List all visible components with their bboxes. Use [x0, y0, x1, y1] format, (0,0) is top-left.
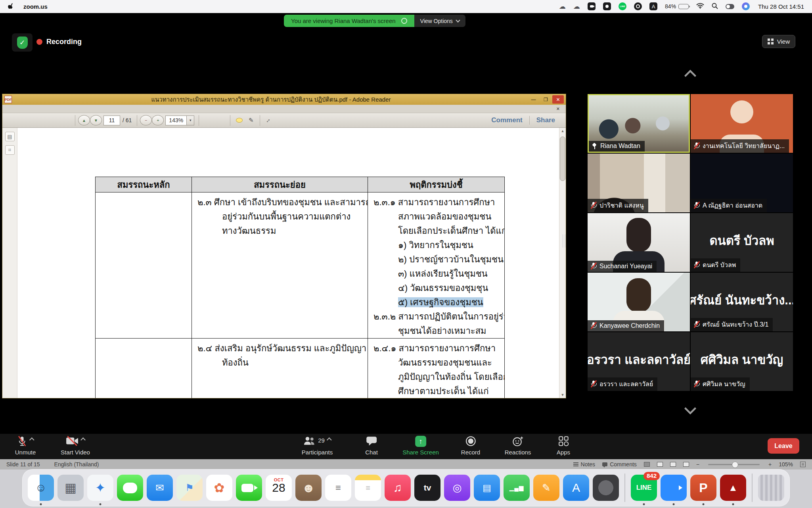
fit-slide-icon[interactable] [800, 462, 806, 467]
ศศิวิมล นาขวัญ[interactable]: ศศิวิมล นาขวัญ ศศิวิมล นาขวัญ [691, 332, 793, 391]
ดนตรี บัวลพ[interactable]: ดนตรี บัวลพ ดนตรี บัวลพ [691, 213, 793, 272]
participants-options-caret[interactable] [327, 437, 332, 443]
restore-button[interactable]: ❐ [540, 95, 552, 104]
settings[interactable] [593, 475, 619, 501]
อรวรา และลดาวัลย์[interactable]: อรวรา และลดาวัลย์ อรวรา และลดาวัลย์ [588, 332, 690, 391]
launchpad[interactable]: ▦ [57, 475, 84, 501]
recorder-status-icon[interactable] [603, 2, 611, 10]
apple-tv[interactable]: tv [414, 475, 440, 501]
page-number-input[interactable]: 11 [103, 115, 120, 125]
separator-2[interactable] [752, 473, 753, 502]
zoom-out-button[interactable]: − [140, 115, 152, 125]
leave-button[interactable]: Leave [768, 438, 799, 454]
panel-resize-handle[interactable] [562, 234, 566, 248]
minimize-button[interactable]: — [528, 95, 539, 104]
sign-icon[interactable]: ✎ [245, 115, 257, 126]
control-center-icon[interactable] [726, 4, 734, 9]
ศรัณย์ นันทะขว้าง ปี.3/1[interactable]: ศรัณย์ นันทะขว้าง... ศรัณย์ นันทะขว้าง ป… [691, 273, 793, 331]
contacts[interactable]: ☻ [295, 475, 322, 501]
cloud-status-icon-2[interactable]: ☁ [573, 3, 580, 10]
open-icon[interactable] [6, 115, 18, 126]
line[interactable]: LINE 842 [631, 475, 657, 501]
unmute-button[interactable]: Unmute [15, 436, 36, 456]
gallery-scroll-down-button[interactable] [680, 404, 700, 418]
security-shield-badge[interactable] [12, 33, 33, 52]
facetime[interactable] [236, 475, 262, 501]
fit-width-icon[interactable] [202, 115, 214, 126]
line-status-icon[interactable]: LINE [619, 2, 626, 10]
pdf-scrollbar[interactable]: ▲ ▼ [559, 128, 566, 398]
print-icon[interactable] [47, 115, 59, 126]
camera-status-icon[interactable] [588, 2, 596, 10]
language-label[interactable]: English (Thailand) [54, 461, 99, 468]
reactions-button[interactable]: Reactions [505, 436, 531, 456]
save-copy-icon[interactable] [20, 115, 32, 126]
gallery-view-button[interactable]: View [762, 35, 795, 48]
close-button[interactable]: ✕ [552, 95, 564, 104]
calendar[interactable]: OCT 28 [266, 475, 292, 501]
podcasts[interactable]: ◎ [444, 475, 470, 501]
gallery-scroll-up-button[interactable] [680, 67, 700, 80]
spotlight-search-icon[interactable] [712, 3, 718, 10]
notes-button[interactable]: Notes [573, 461, 596, 468]
Riana Wadtan[interactable]: Riana Wadtan [588, 94, 690, 153]
Kanyawee Cherdchin[interactable]: Kanyawee Cherdchin [588, 273, 690, 331]
reading-view-button[interactable] [670, 462, 676, 467]
comments-button[interactable]: Comments [602, 461, 637, 468]
zoom-dropdown-icon[interactable]: ▾ [186, 116, 194, 125]
adobe-title-bar[interactable]: PDF แนวทางการประเมินสมรรถนะทางวิชาชีพครู… [2, 94, 566, 105]
assistant-status-icon[interactable] [742, 2, 750, 10]
ปาริชาติ แสงหนู[interactable]: ปาริชาติ แสงหนู [588, 154, 690, 212]
keynote[interactable]: ▤ [474, 475, 500, 501]
save-icon[interactable] [33, 115, 45, 126]
zoom-in-control[interactable]: + [768, 461, 772, 468]
record-button[interactable]: Record [461, 436, 480, 456]
acrobat[interactable]: ▲ [720, 475, 746, 501]
zoom-slider[interactable] [708, 464, 760, 465]
reminders[interactable]: ≡ [325, 475, 351, 501]
zoom-percent[interactable]: 105% [779, 461, 793, 468]
app-store[interactable]: A [563, 475, 589, 501]
slide-sorter-button[interactable] [657, 462, 663, 467]
chat-button[interactable]: Chat [365, 436, 378, 456]
zoom-in-button[interactable]: + [152, 115, 164, 125]
a-app-status-icon[interactable]: A [649, 2, 657, 10]
separator-1[interactable] [624, 473, 625, 502]
finder[interactable]: ☺ [28, 475, 54, 501]
apps-button[interactable]: Apps [557, 436, 570, 456]
email-icon[interactable] [60, 115, 72, 126]
notes[interactable]: ≡ [355, 475, 381, 501]
งานเทคโนโลยี วิทยาลัยนาฏ...[interactable]: งานเทคโนโลยี วิทยาลัยนาฏ... [691, 94, 793, 153]
zoom-out-control[interactable]: − [696, 461, 699, 468]
next-page-button[interactable]: ▼ [90, 115, 102, 125]
menu-bar-clock[interactable]: Thu 28 Oct 14:51 [758, 3, 804, 10]
battery-indicator[interactable]: 84% [665, 3, 689, 10]
start-video-button[interactable]: Start Video [61, 436, 90, 456]
apple-menu-icon[interactable] [8, 2, 15, 10]
active-app-name[interactable]: zoom.us [23, 3, 48, 10]
slideshow-button[interactable] [683, 462, 689, 467]
Suchanari Yueayai[interactable]: Suchanari Yueayai [588, 213, 690, 272]
comment-tab[interactable]: Comment [485, 116, 529, 124]
comment-bubble-icon[interactable] [233, 115, 245, 126]
scroll-down-icon[interactable]: ▼ [559, 393, 566, 397]
audio-options-caret[interactable] [29, 437, 34, 443]
scroll-up-icon[interactable]: ▲ [559, 129, 566, 133]
A ณัฏฐธิดา อ่อนสอาด[interactable]: A ณัฏฐธิดา อ่อนสอาด [691, 154, 793, 212]
wifi-icon[interactable] [696, 3, 704, 10]
share-tab[interactable]: Share [530, 116, 562, 124]
messages[interactable] [117, 475, 143, 501]
page-thumbnails-icon[interactable]: ▤ [5, 132, 15, 141]
participants-button[interactable]: 29 Participants [302, 436, 333, 456]
safari[interactable]: ✦ [87, 475, 113, 501]
powerpoint[interactable]: P [690, 475, 716, 501]
pages[interactable]: ✎ [533, 475, 559, 501]
photos[interactable]: ✿ [206, 475, 232, 501]
fullscreen-icon[interactable]: ↕ [261, 112, 277, 128]
creative-cloud-icon[interactable] [634, 2, 642, 10]
menubar-close-icon[interactable]: ✕ [553, 106, 563, 112]
normal-view-button[interactable] [644, 462, 650, 467]
fit-page-icon[interactable] [215, 115, 227, 126]
numbers[interactable]: ▁▄▆ [504, 475, 530, 501]
view-options-button[interactable]: View Options [414, 15, 465, 27]
